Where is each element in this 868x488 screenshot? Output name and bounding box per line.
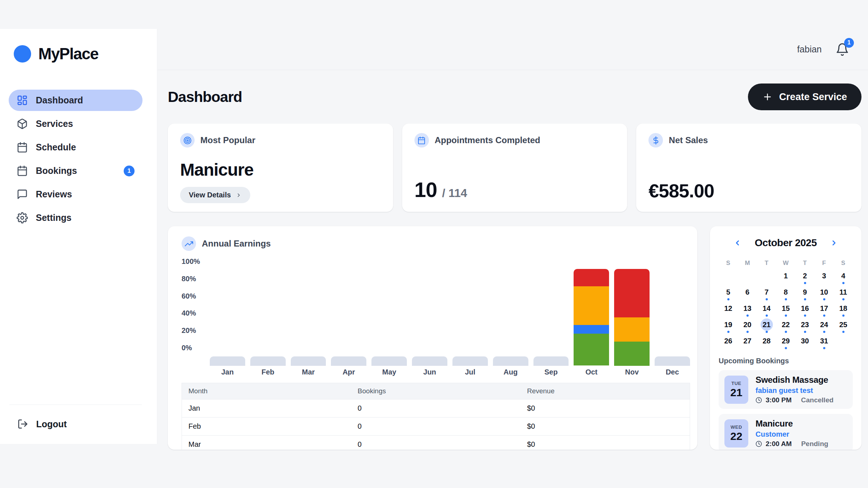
view-details-button[interactable]: View Details [180,187,250,203]
calendar-day-8[interactable]: 8 [776,286,795,302]
booking-time: 2:00 AM [766,440,792,448]
target-icon [180,133,195,147]
booking-dot [766,298,768,300]
table-cell: $0 [520,399,690,418]
sidebar-item-bookings[interactable]: Bookings1 [9,160,142,181]
booking-date-badge: TUE21 [724,376,748,404]
calendar-day-27[interactable]: 27 [738,335,757,351]
table-cell: 0 [351,418,520,436]
calendar-day-16[interactable]: 16 [795,302,814,318]
main-content: Dashboard Create Service Most Popular Ma… [158,70,868,488]
calendar-day-13[interactable]: 13 [738,302,757,318]
calendar-day-10[interactable]: 10 [814,286,834,302]
calendar-weekdays: SMTWTFS [719,260,853,267]
sidebar-item-settings[interactable]: Settings [9,207,142,228]
calendar-day-26[interactable]: 26 [719,335,738,351]
bar-slot-jul [452,356,488,366]
calendar-icon [414,133,429,147]
booking-dot [804,331,806,333]
calendar-day-28[interactable]: 28 [757,335,776,351]
calendar-day-2[interactable]: 2 [795,270,814,286]
booking-customer-link[interactable]: Customer [756,430,828,438]
weekday-label: T [795,260,814,267]
sidebar-divider [9,404,142,405]
calendar-day-9[interactable]: 9 [795,286,814,302]
calendar-day-30[interactable]: 30 [795,335,814,351]
empty-month-bar [412,356,447,366]
calendar-day-12[interactable]: 12 [719,302,738,318]
net-sales-card: Net Sales €585.00 [636,124,861,212]
calendar-day-29[interactable]: 29 [776,335,795,351]
booking-item[interactable]: TUE21Swedish Massagefabian guest test3:0… [719,370,853,409]
calendar-empty-cell [757,270,776,286]
calendar-day-14[interactable]: 14 [757,302,776,318]
booking-time: 3:00 PM [766,396,792,404]
calendar-empty-cell [834,335,853,351]
sidebar-bottom: Logout [0,404,157,444]
calendar-day-17[interactable]: 17 [814,302,834,318]
calendar-day-18[interactable]: 18 [834,302,853,318]
calendar-day-31[interactable]: 31 [814,335,834,351]
calendar-day-19[interactable]: 19 [719,318,738,335]
sidebar-item-services[interactable]: Services [9,113,142,134]
sidebar-item-label: Settings [36,213,72,223]
empty-month-bar [655,356,690,366]
calendar-icon [17,142,28,153]
bar-slot-jan [210,356,245,366]
calendar-day-15[interactable]: 15 [776,302,795,318]
table-row: Mar0$0 [182,436,690,450]
bar-slot-mar [291,356,326,366]
app-root: MyPlace DashboardServicesScheduleBooking… [0,0,868,488]
bar-segment-blue [574,325,609,334]
appointments-total: / 114 [442,187,467,200]
sidebar-item-schedule[interactable]: Schedule [9,137,142,158]
calendar-day-22[interactable]: 22 [776,318,795,335]
calendar-next-button[interactable] [827,236,841,249]
booking-dot [785,298,787,300]
sidebar-item-reviews[interactable]: Reviews [9,184,142,205]
table-cell: Jan [182,399,351,418]
create-service-button[interactable]: Create Service [748,84,861,110]
y-tick-label: 0% [182,344,210,352]
calendar-day-23[interactable]: 23 [795,318,814,335]
sidebar-nav: DashboardServicesScheduleBookings1Review… [0,90,157,228]
bar-segment-green [614,342,650,366]
booking-dot [804,282,806,284]
empty-month-bar [371,356,407,366]
table-cell: Mar [182,436,351,450]
calendar-day-21[interactable]: 21 [757,318,776,335]
x-tick-label: Jul [452,368,488,376]
calendar-day-11[interactable]: 11 [834,286,853,302]
booking-dot [785,347,787,349]
username: fabian [797,44,822,55]
calendar-day-7[interactable]: 7 [757,286,776,302]
booking-dot [823,347,825,349]
bookings-count-badge: 1 [124,166,135,176]
logout-button[interactable]: Logout [0,419,157,429]
booking-customer-link[interactable]: fabian guest test [756,386,834,395]
empty-month-bar [452,356,488,366]
calendar-day-3[interactable]: 3 [814,270,834,286]
bar-segment-orange [574,286,609,325]
table-cell: $0 [520,436,690,450]
calendar-day-4[interactable]: 4 [834,270,853,286]
calendar-day-1[interactable]: 1 [776,270,795,286]
calendar-day-5[interactable]: 5 [719,286,738,302]
booking-item[interactable]: WED22ManicureCustomer2:00 AMPending [719,414,853,450]
empty-month-bar [331,356,366,366]
table-cell: $0 [520,418,690,436]
gear-icon [17,212,28,223]
x-tick-label: Nov [614,368,650,376]
sidebar-item-label: Services [36,119,73,129]
sidebar-item-dashboard[interactable]: Dashboard [9,90,142,111]
calendar-day-6[interactable]: 6 [738,286,757,302]
logo: MyPlace [0,29,157,63]
calendar-prev-button[interactable] [731,236,744,249]
booking-dot [823,314,825,317]
calendar-day-24[interactable]: 24 [814,318,834,335]
x-tick-label: May [371,368,407,376]
calendar-day-20[interactable]: 20 [738,318,757,335]
table-header-month: Month [182,383,351,399]
notifications-button[interactable]: 1 [835,43,849,56]
calendar-day-25[interactable]: 25 [834,318,853,335]
